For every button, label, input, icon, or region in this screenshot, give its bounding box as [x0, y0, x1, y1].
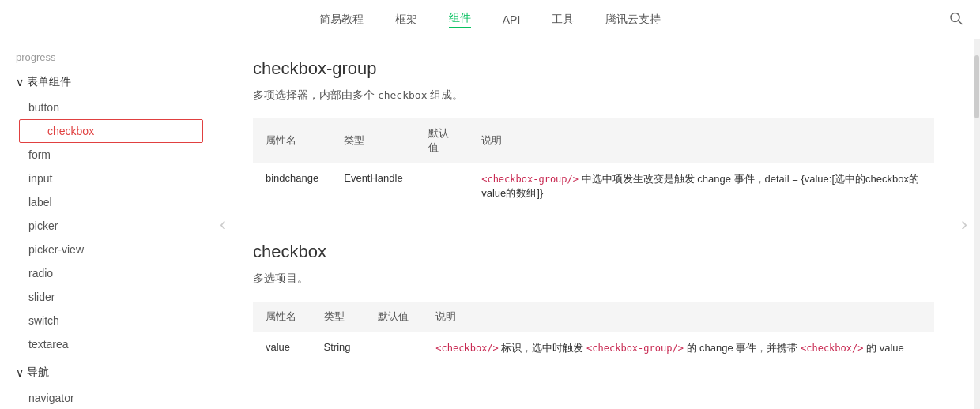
col-header-default-1: 默认值 — [416, 118, 469, 163]
table-row: bindchange EventHandle <checkbox-group/>… — [253, 163, 934, 210]
cell-default-bindchange — [416, 163, 469, 210]
scrollbar-thumb[interactable] — [974, 55, 979, 118]
cell-type-value: String — [311, 332, 365, 365]
chevron-down-icon-nav: ∨ — [16, 366, 24, 379]
sidebar-item-switch[interactable]: switch — [0, 309, 213, 332]
nav-gongju[interactable]: 工具 — [552, 13, 574, 27]
col-header-propname-2: 属性名 — [253, 302, 311, 332]
svg-line-1 — [959, 21, 963, 24]
sidebar-group-form[interactable]: ∨ 表单组件 — [0, 69, 213, 96]
col-header-desc-2: 说明 — [423, 302, 934, 332]
sidebar-item-button[interactable]: button — [0, 96, 213, 119]
sidebar-item-progress[interactable]: progress — [0, 46, 213, 69]
chevron-down-icon: ∨ — [16, 76, 24, 88]
main-layout: progress ∨ 表单组件 button checkbox form inp… — [0, 39, 980, 409]
table-checkbox: 属性名 类型 默认值 说明 value String <checkbox/> 标… — [253, 302, 934, 365]
sidebar: progress ∨ 表单组件 button checkbox form inp… — [0, 39, 213, 409]
sidebar-item-form[interactable]: form — [0, 143, 213, 167]
section-desc-checkbox-group: 多项选择器，内部由多个 checkbox 组成。 — [253, 88, 934, 103]
col-header-propname-1: 属性名 — [253, 118, 331, 163]
nav-tencent[interactable]: 腾讯云支持 — [605, 13, 661, 27]
table-checkbox-group: 属性名 类型 默认值 说明 bindchange EventHandle <ch… — [253, 118, 934, 210]
sidebar-item-picker-view[interactable]: picker-view — [0, 238, 213, 261]
nav-zujian[interactable]: 组件 — [449, 11, 471, 28]
cell-prop-bindchange: bindchange — [253, 163, 331, 210]
cell-desc-value: <checkbox/> 标识，选中时触发 <checkbox-group/> 的… — [423, 332, 934, 365]
search-icon[interactable] — [948, 10, 964, 28]
section-title-checkbox: checkbox — [253, 242, 934, 262]
col-header-type-1: 类型 — [331, 118, 415, 163]
table-row: value String <checkbox/> 标识，选中时触发 <check… — [253, 332, 934, 365]
nav-jianyi[interactable]: 简易教程 — [319, 13, 364, 27]
top-nav: 简易教程 框架 组件 API 工具 腾讯云支持 — [0, 0, 980, 39]
cell-default-value — [365, 332, 424, 365]
sidebar-item-label[interactable]: label — [0, 190, 213, 214]
section-desc-checkbox: 多选项目。 — [253, 272, 934, 286]
col-header-default-2: 默认值 — [365, 302, 424, 332]
cell-type-bindchange: EventHandle — [331, 163, 415, 210]
sidebar-item-slider[interactable]: slider — [0, 285, 213, 309]
sidebar-item-radio[interactable]: radio — [0, 261, 213, 285]
prev-arrow[interactable]: ‹ — [213, 213, 232, 235]
right-scrollbar — [974, 39, 980, 409]
col-header-desc-1: 说明 — [469, 118, 934, 163]
sidebar-item-checkbox[interactable]: checkbox — [19, 119, 203, 143]
col-header-type-2: 类型 — [311, 302, 365, 332]
sidebar-group-nav[interactable]: ∨ 导航 — [0, 359, 213, 386]
next-arrow[interactable]: › — [955, 213, 974, 235]
sidebar-item-input[interactable]: input — [0, 167, 213, 190]
sidebar-item-textarea[interactable]: textarea — [0, 332, 213, 356]
nav-items: 简易教程 框架 组件 API 工具 腾讯云支持 — [319, 11, 662, 28]
nav-api[interactable]: API — [503, 13, 521, 26]
sidebar-item-navigator[interactable]: navigator — [0, 386, 213, 409]
sidebar-item-picker[interactable]: picker — [0, 214, 213, 238]
cell-prop-value: value — [253, 332, 311, 365]
section-title-checkbox-group: checkbox-group — [253, 58, 934, 79]
content-area: checkbox-group 多项选择器，内部由多个 checkbox 组成。 … — [213, 39, 974, 409]
nav-kuangjia[interactable]: 框架 — [395, 13, 417, 27]
cell-desc-bindchange: <checkbox-group/> 中选中项发生改变是触发 change 事件，… — [469, 163, 934, 210]
